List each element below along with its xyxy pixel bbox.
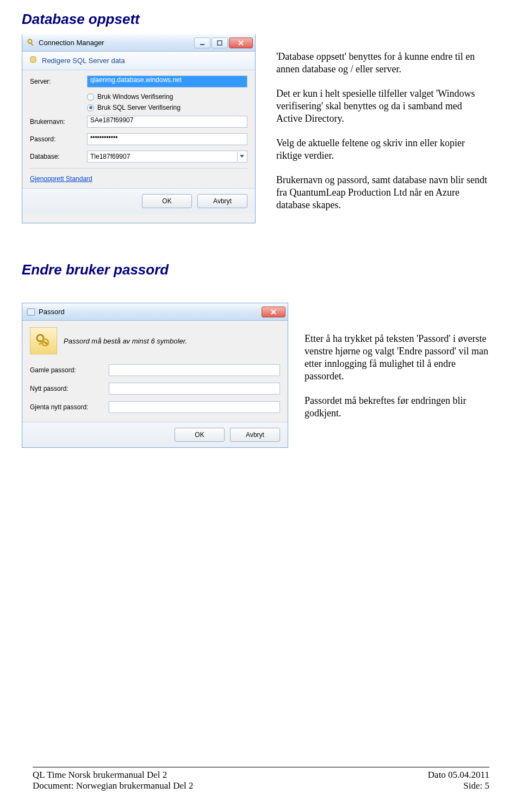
chevron-down-icon	[237, 152, 246, 161]
database-combo[interactable]: Tle187f69907	[87, 151, 247, 163]
para: Brukernavn og passord, samt database nav…	[276, 174, 489, 211]
titlebar[interactable]: Connection Manager	[22, 34, 255, 52]
radio-windows-auth[interactable]: Bruk Windows Verifisering	[87, 93, 247, 101]
desc-database-oppsett: 'Database oppsett' benyttes for å kunne …	[276, 34, 489, 223]
radio-icon	[87, 104, 94, 111]
window-title: Connection Manager	[39, 39, 194, 47]
passord-dialog: Passord Passord må bestå av minst 6 symb…	[22, 303, 288, 448]
radio-icon	[87, 93, 94, 101]
username-input[interactable]: SAe187f69907	[87, 116, 247, 128]
desc-endre-passord: Etter å ha trykket på teksten 'Passord' …	[304, 303, 489, 448]
para: Velg de aktuelle feltene og skriv inn el…	[276, 137, 489, 162]
footer-right-2: Side: 5	[463, 780, 489, 791]
heading-database-oppsett: Database oppsett	[22, 11, 489, 28]
cancel-button[interactable]: Avbryt	[230, 428, 280, 442]
footer-left-2: Document: Norwegian brukermanual Del 2	[33, 780, 194, 791]
label-brukernavn: Brukernavn:	[30, 118, 87, 126]
connection-manager-dialog: Connection Manager Redigere SQL Server d…	[22, 34, 256, 223]
window-title: Passord	[39, 308, 262, 316]
label-repeat-password: Gjenta nytt passord:	[30, 403, 109, 411]
label-new-password: Nytt passord:	[30, 385, 109, 392]
panel-header: Redigere SQL Server data	[22, 52, 255, 70]
cylinder-icon	[29, 55, 38, 66]
radio-sql-auth[interactable]: Bruk SQL Server Verifisering	[87, 104, 247, 111]
svg-rect-2	[200, 44, 204, 45]
dialog-icon	[27, 308, 35, 316]
label-database: Database:	[30, 153, 87, 160]
svg-rect-3	[217, 41, 222, 45]
close-button[interactable]	[262, 307, 285, 317]
para: Etter å ha trykket på teksten 'Passord' …	[304, 333, 489, 383]
new-password-input[interactable]	[109, 383, 280, 395]
svg-point-0	[28, 39, 32, 43]
repeat-password-input[interactable]	[109, 401, 280, 413]
footer-left-1: QL Time Norsk brukermanual Del 2	[33, 770, 167, 780]
password-input[interactable]: ••••••••••••	[87, 133, 247, 145]
svg-rect-5	[27, 309, 35, 315]
restore-default-link[interactable]: Gjenopprett Standard	[30, 175, 92, 183]
page-footer: QL Time Norsk brukermanual Del 2 Dato 05…	[33, 767, 489, 791]
svg-rect-1	[30, 42, 33, 46]
old-password-input[interactable]	[109, 364, 280, 376]
label-server: Server:	[30, 78, 87, 85]
database-value: Tle187f69907	[90, 153, 237, 160]
ok-button[interactable]: OK	[142, 194, 192, 208]
ok-button[interactable]: OK	[175, 428, 225, 442]
cancel-button[interactable]: Avbryt	[197, 194, 247, 208]
minimize-button[interactable]	[194, 38, 210, 48]
titlebar[interactable]: Passord	[22, 303, 288, 321]
heading-endre-bruker-passord: Endre bruker passord	[22, 261, 489, 278]
label-passord: Passord:	[30, 135, 87, 143]
label-old-password: Gamle passord:	[30, 366, 109, 374]
server-input[interactable]: qlaenmg.database.windows.net	[87, 76, 247, 88]
maximize-button[interactable]	[212, 38, 228, 48]
para: Det er kun i helt spesielle tilfeller va…	[276, 88, 489, 125]
keys-icon	[30, 327, 57, 354]
footer-right-1: Dato 05.04.2011	[428, 770, 489, 780]
password-hint: Passord må bestå av minst 6 symboler.	[64, 337, 187, 345]
close-button[interactable]	[229, 38, 253, 48]
para: Passordet må bekreftes før endringen bli…	[304, 395, 489, 420]
radio-sql-label: Bruk SQL Server Verifisering	[97, 104, 181, 111]
panel-title: Redigere SQL Server data	[42, 57, 125, 65]
para: 'Database oppsett' benyttes for å kunne …	[276, 51, 489, 76]
radio-windows-label: Bruk Windows Verifisering	[97, 93, 173, 101]
app-icon	[27, 39, 35, 47]
